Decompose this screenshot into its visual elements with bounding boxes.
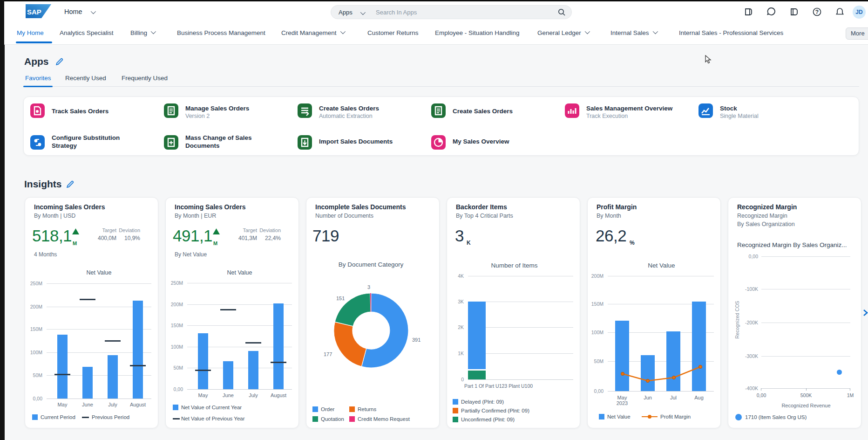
svg-text:SAP: SAP [27, 8, 41, 16]
svg-text:?: ? [815, 9, 819, 15]
